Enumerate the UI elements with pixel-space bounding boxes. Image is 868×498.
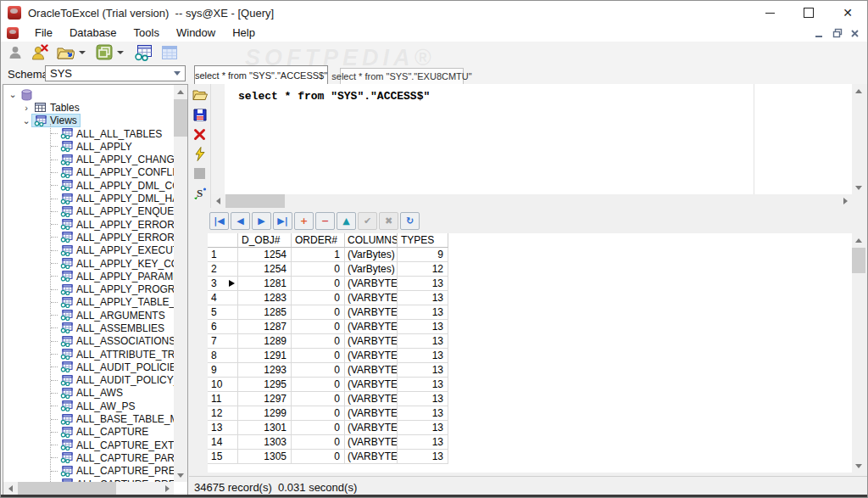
tree-view-item[interactable]: ALL_APPLY_EXECUTE (48, 244, 174, 257)
tree-view-item[interactable]: ALL_AWS (48, 387, 174, 400)
grid-row[interactable]: 6 1287 0 (VARBYTES 13 (208, 320, 852, 334)
mdi-restore-button[interactable] (830, 27, 844, 40)
scroll-down-icon[interactable] (852, 181, 865, 194)
tree-horizontal-scrollbar[interactable] (3, 482, 174, 495)
tree-view-item[interactable]: ALL_APPLY_TABLE_COLU (48, 296, 174, 309)
grid-row[interactable]: 11 1297 0 (VARBYTES 13 (208, 392, 852, 406)
commit-button[interactable]: S (192, 185, 209, 200)
grid-row[interactable]: 10 1295 0 (VARBYTES 13 (208, 378, 852, 392)
grid-row[interactable]: 4 1283 0 (VARBYTES 13 (208, 291, 852, 305)
tree-vertical-scrollbar[interactable] (174, 85, 187, 482)
export-data-dropdown-icon[interactable] (79, 51, 86, 54)
scroll-left-icon[interactable] (3, 482, 17, 495)
sql-query-text[interactable]: select * from "SYS"."ACCESS$" (238, 90, 430, 103)
connect-button[interactable] (6, 43, 25, 62)
nav-delete-button[interactable]: − (315, 212, 335, 230)
clear-button[interactable] (192, 126, 209, 142)
tree-view-item[interactable]: ALL_APPLY_KEY_COLUM (48, 257, 174, 270)
tree-root-database[interactable]: ⌄ (3, 88, 174, 101)
sql-editor[interactable]: select * from "SYS"."ACCESS$" (211, 84, 852, 194)
chevron-collapsed-icon[interactable]: › (20, 103, 32, 113)
tree-node-tables[interactable]: › Tables (3, 101, 174, 114)
tree-view-item[interactable]: ALL_AW_PS (48, 400, 174, 412)
export-to-file-dropdown-icon[interactable] (117, 51, 124, 54)
save-button[interactable] (192, 107, 209, 122)
tree-view-item[interactable]: ALL_ALL_TABLES (48, 127, 174, 140)
execute-button[interactable] (192, 146, 209, 161)
open-folder-button[interactable] (192, 87, 209, 103)
scroll-down-icon[interactable] (852, 459, 865, 473)
nav-next-button[interactable]: ▶ (252, 212, 271, 230)
menu-window[interactable]: Window (168, 25, 224, 42)
chevron-expanded-icon[interactable]: ⌄ (7, 89, 19, 100)
nav-refresh-button[interactable]: ↻ (400, 212, 420, 230)
tree-vscroll-thumb[interactable] (174, 99, 187, 137)
query-table-button[interactable] (132, 43, 154, 62)
maximize-button[interactable] (789, 1, 828, 25)
grid-row[interactable]: 5 1285 0 (VARBYTES 13 (208, 305, 852, 320)
grid-vertical-scrollbar[interactable] (852, 233, 865, 473)
menu-database[interactable]: Database (61, 25, 125, 42)
scroll-down-icon[interactable] (174, 468, 187, 482)
scroll-up-icon[interactable] (852, 233, 865, 247)
tree-node-views[interactable]: ⌄ Views (3, 115, 174, 127)
tree-view-item[interactable]: ALL_APPLY_CHANGE_HA (48, 153, 174, 165)
tree-view-item[interactable]: ALL_APPLY_DML_CONF_ (48, 179, 174, 192)
tree-view-item[interactable]: ALL_APPLY_ENQUEUE (48, 205, 174, 218)
menu-tools[interactable]: Tools (125, 25, 168, 42)
minimize-button[interactable] (750, 1, 789, 25)
nav-last-button[interactable]: ▶| (273, 212, 292, 230)
tree-view-item[interactable]: ALL_ASSEMBLIES (48, 322, 174, 334)
stop-button[interactable] (192, 165, 209, 181)
tree-view-item[interactable]: ALL_CAPTURE_PREPARE (48, 465, 174, 478)
grid-row[interactable]: 15 1305 0 (VARBYTES 13 (208, 450, 852, 464)
tree-view-item[interactable]: ALL_ASSOCIATIONS (48, 335, 174, 348)
editor-vertical-scrollbar[interactable] (852, 84, 865, 194)
mdi-close-button[interactable] (848, 27, 862, 40)
grid-row[interactable]: 1 1254 1 (VarBytes) 9 (208, 248, 852, 262)
nav-prior-button[interactable]: ◀ (231, 212, 250, 230)
tree-view-item[interactable]: ALL_AUDIT_POLICIES (48, 361, 174, 373)
grid-row[interactable]: 7 1289 0 (VARBYTES 13 (208, 334, 852, 349)
mdi-minimize-button[interactable] (812, 27, 826, 40)
tree-view-item[interactable]: ALL_CAPTURE_EXTRA_A (48, 439, 174, 451)
menu-help[interactable]: Help (224, 25, 264, 42)
grid-header-d-obj[interactable]: D_OBJ# (238, 233, 292, 248)
menu-file[interactable]: File (26, 25, 61, 42)
export-to-file-button[interactable] (94, 43, 114, 62)
scroll-up-icon[interactable] (174, 85, 187, 98)
tree-view-item[interactable]: ALL_CAPTURE_PARAMET (48, 451, 174, 464)
tree-view-item[interactable]: ALL_APPLY_CONFLICT_C (48, 166, 174, 179)
editor-hscroll-thumb[interactable] (225, 194, 285, 208)
tab-query-exu8cmtu[interactable]: select * from "SYS"."EXU8CMTU" (340, 68, 464, 84)
grid-header-types[interactable]: TYPES (398, 233, 448, 248)
editor-horizontal-scrollbar[interactable] (211, 194, 852, 208)
schema-select[interactable]: SYS (45, 65, 186, 81)
nav-first-button[interactable]: |◀ (209, 212, 229, 230)
nav-insert-button[interactable]: + (294, 212, 314, 230)
grid-row[interactable]: 12 1299 0 (VARBYTES 13 (208, 406, 852, 421)
grid-vscroll-thumb[interactable] (852, 248, 865, 273)
tree-view-item[interactable]: ALL_APPLY_PARAMETER (48, 270, 174, 283)
tree-hscroll-thumb[interactable] (18, 482, 116, 495)
chevron-expanded-icon[interactable]: ⌄ (20, 115, 32, 126)
grid-row[interactable]: 3 1281 0 (VARBYTES 13 (208, 277, 852, 291)
scroll-up-icon[interactable] (852, 84, 865, 98)
tree-view-item[interactable]: ALL_APPLY_ERROR_MES (48, 231, 174, 243)
table-columns-button[interactable] (159, 43, 180, 62)
close-button[interactable]: ✕ (828, 1, 867, 25)
tree-view-item[interactable]: ALL_ATTRIBUTE_TRANS (48, 348, 174, 361)
grid-row[interactable]: 2 1254 0 (VarBytes) 12 (208, 262, 852, 277)
tree-view-item[interactable]: ALL_BASE_TABLE_MVIEW (48, 412, 174, 425)
grid-row[interactable]: 9 1293 0 (VARBYTES 13 (208, 363, 852, 378)
grid-header-columns[interactable]: COLUMNS (345, 233, 398, 248)
disconnect-button[interactable] (30, 43, 50, 62)
tree-view-item[interactable]: ALL_ARGUMENTS (48, 309, 174, 322)
scroll-left-icon[interactable] (211, 194, 225, 208)
export-data-button[interactable] (55, 43, 76, 62)
tree-view-item[interactable]: ALL_CAPTURE (48, 426, 174, 439)
tab-query-access[interactable]: select * from "SYS"."ACCESS$" (194, 65, 328, 84)
scroll-right-icon[interactable] (160, 482, 174, 495)
mdi-window-icon[interactable] (7, 27, 19, 39)
grid-row[interactable]: 8 1291 0 (VARBYTES 13 (208, 349, 852, 363)
